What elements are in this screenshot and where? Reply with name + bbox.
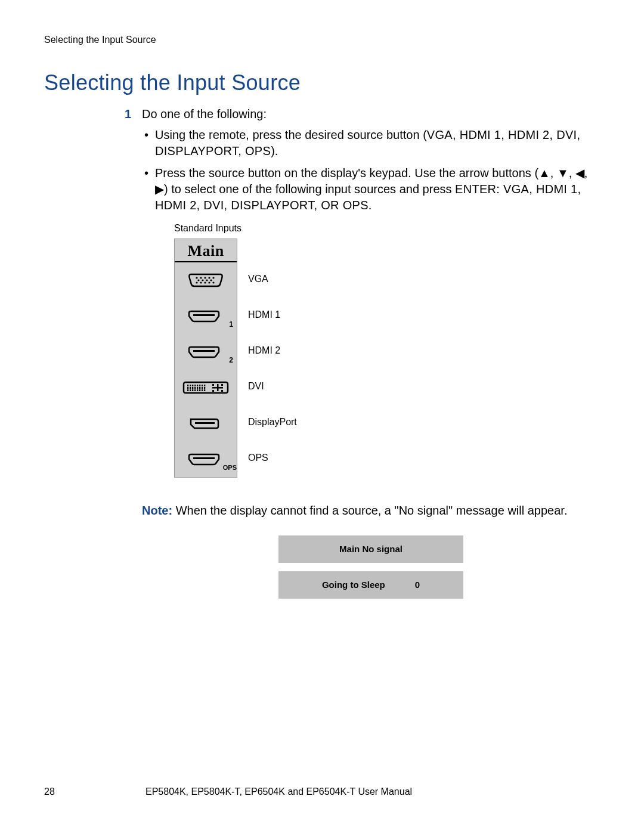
bullet-2: Press the source button on the display's… bbox=[142, 165, 600, 213]
svg-point-11 bbox=[204, 281, 206, 283]
no-signal-line1: Main No signal bbox=[339, 543, 402, 555]
dvi-port-icon bbox=[182, 380, 229, 395]
svg-point-5 bbox=[197, 279, 199, 281]
svg-rect-21 bbox=[197, 385, 198, 386]
port-subscript: 1 bbox=[229, 320, 233, 329]
osd-item-vga bbox=[175, 262, 237, 298]
osd-label: HDMI 2 bbox=[248, 333, 297, 368]
svg-point-10 bbox=[200, 281, 202, 283]
svg-rect-18 bbox=[190, 385, 191, 386]
svg-rect-48 bbox=[193, 457, 215, 459]
step-lead: Do one of the following: bbox=[142, 106, 600, 122]
osd-main-panel: Main bbox=[174, 239, 237, 478]
svg-rect-34 bbox=[190, 389, 191, 391]
svg-rect-19 bbox=[192, 385, 193, 386]
page-number: 28 bbox=[44, 786, 145, 797]
svg-point-6 bbox=[202, 279, 203, 281]
svg-rect-28 bbox=[194, 387, 196, 389]
svg-rect-37 bbox=[197, 389, 198, 391]
osd-item-hdmi1: 1 bbox=[175, 298, 237, 334]
osd-item-dvi bbox=[175, 370, 237, 405]
svg-rect-17 bbox=[187, 385, 188, 386]
port-subscript: OPS bbox=[223, 463, 237, 472]
osd-item-displayport bbox=[175, 405, 237, 441]
bullet-2-post: . bbox=[369, 199, 372, 212]
bullet-1-pre: Using the remote, press the desired sour… bbox=[155, 128, 427, 141]
svg-rect-24 bbox=[204, 385, 205, 386]
osd-panel-wrap: Main bbox=[174, 239, 600, 478]
svg-rect-46 bbox=[221, 390, 223, 392]
manual-page: Selecting the Input Source Selecting the… bbox=[0, 0, 644, 833]
svg-rect-33 bbox=[187, 389, 188, 391]
step-1: 1 Do one of the following: Using the rem… bbox=[123, 106, 600, 599]
svg-point-3 bbox=[208, 277, 210, 278]
osd-title: Main bbox=[175, 239, 237, 262]
svg-point-4 bbox=[212, 277, 214, 278]
svg-point-7 bbox=[206, 279, 208, 281]
svg-rect-39 bbox=[202, 389, 203, 391]
note-paragraph: Note: When the display cannot find a sou… bbox=[142, 503, 600, 519]
section-title: Selecting the Input Source bbox=[44, 70, 600, 95]
svg-rect-38 bbox=[199, 389, 200, 391]
svg-rect-15 bbox=[193, 350, 215, 352]
osd-label: VGA bbox=[248, 261, 297, 297]
no-signal-sample: Main No signal Going to Sleep 0 bbox=[278, 535, 463, 599]
hdmi-port-icon bbox=[187, 451, 224, 467]
osd-caption: Standard Inputs bbox=[174, 222, 600, 235]
hdmi-port-icon bbox=[187, 308, 224, 324]
svg-rect-32 bbox=[204, 387, 205, 389]
osd-label: DVI bbox=[248, 368, 297, 404]
osd-label: DisplayPort bbox=[248, 404, 297, 440]
bullet-1-post: ). bbox=[271, 144, 278, 157]
svg-point-12 bbox=[208, 281, 210, 283]
svg-rect-26 bbox=[190, 387, 191, 389]
vga-port-icon bbox=[187, 272, 224, 288]
footer-text: EP5804K, EP5804K-T, EP6504K and EP6504K-… bbox=[145, 786, 600, 797]
svg-rect-29 bbox=[197, 387, 198, 389]
svg-rect-25 bbox=[187, 387, 188, 389]
svg-rect-27 bbox=[192, 387, 193, 389]
osd-label: HDMI 1 bbox=[248, 297, 297, 333]
displayport-icon bbox=[188, 417, 223, 430]
svg-point-0 bbox=[196, 277, 197, 278]
sleep-count: 0 bbox=[415, 579, 420, 591]
svg-rect-30 bbox=[199, 387, 200, 389]
osd-labels-column: VGA HDMI 1 HDMI 2 DVI DisplayPort OPS bbox=[248, 239, 297, 476]
running-head: Selecting the Input Source bbox=[44, 35, 600, 45]
svg-rect-31 bbox=[202, 387, 203, 389]
page-footer: 28 EP5804K, EP5804K-T, EP6504K and EP650… bbox=[44, 786, 600, 797]
port-subscript: 2 bbox=[229, 355, 233, 365]
svg-point-9 bbox=[196, 281, 197, 283]
bullet-1: Using the remote, press the desired sour… bbox=[142, 127, 600, 159]
svg-rect-44 bbox=[221, 384, 223, 386]
no-signal-box-1: Main No signal bbox=[278, 535, 463, 563]
svg-point-1 bbox=[200, 277, 202, 278]
svg-rect-20 bbox=[194, 385, 196, 386]
svg-point-13 bbox=[212, 281, 214, 283]
svg-rect-23 bbox=[202, 385, 203, 386]
step-number: 1 bbox=[123, 106, 131, 599]
step-body: Do one of the following: Using the remot… bbox=[142, 106, 600, 599]
step-bullets: Using the remote, press the desired sour… bbox=[142, 127, 600, 213]
osd-item-ops: OPS bbox=[175, 441, 237, 477]
sleep-text: Going to Sleep bbox=[322, 579, 385, 591]
svg-rect-42 bbox=[217, 384, 219, 391]
hdmi-port-icon bbox=[187, 344, 224, 360]
osd-label: OPS bbox=[248, 440, 297, 476]
svg-rect-35 bbox=[192, 389, 193, 391]
osd-item-hdmi2: 2 bbox=[175, 334, 237, 370]
content-body: 1 Do one of the following: Using the rem… bbox=[123, 106, 600, 599]
svg-point-8 bbox=[210, 279, 212, 281]
svg-rect-47 bbox=[195, 422, 215, 424]
note-label: Note: bbox=[142, 504, 172, 517]
svg-rect-45 bbox=[212, 390, 214, 392]
note-text: When the display cannot find a source, a… bbox=[172, 504, 567, 517]
svg-rect-43 bbox=[212, 384, 214, 386]
no-signal-box-2: Going to Sleep 0 bbox=[278, 571, 463, 599]
svg-rect-40 bbox=[204, 389, 205, 391]
svg-rect-36 bbox=[194, 389, 196, 391]
svg-point-2 bbox=[204, 277, 206, 278]
svg-rect-22 bbox=[199, 385, 200, 386]
svg-rect-14 bbox=[193, 314, 215, 316]
